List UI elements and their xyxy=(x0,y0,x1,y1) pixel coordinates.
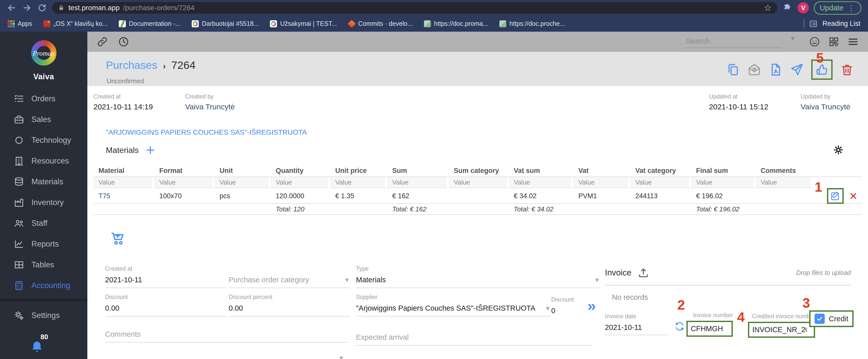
trash-icon[interactable] xyxy=(840,63,854,76)
col-header[interactable]: Vat category xyxy=(630,167,691,175)
invoice-date-value[interactable]: 2021-10-11 xyxy=(605,323,668,332)
filter-comments-input[interactable] xyxy=(755,177,810,188)
bookmark-item[interactable]: Užsakymai | TEST... xyxy=(270,20,337,27)
bookmark-item[interactable]: Documentation -... xyxy=(119,20,181,27)
created-at-field-value[interactable]: 2021-10-11 xyxy=(105,276,227,284)
filter-vat-sum-input[interactable] xyxy=(509,177,571,188)
col-header[interactable]: Vat sum xyxy=(509,167,573,175)
bookmark-item[interactable]: https://doc.proma... xyxy=(424,20,488,27)
col-header[interactable]: Comments xyxy=(755,167,812,175)
refresh-icon[interactable] xyxy=(674,321,685,332)
forward-icon[interactable] xyxy=(22,3,32,13)
pdf-icon[interactable] xyxy=(769,63,782,76)
sidebar-item-tables[interactable]: Tables xyxy=(0,255,87,275)
credit-checkbox[interactable] xyxy=(814,314,825,324)
url-bar[interactable]: test.proman.app/purchase-orders/7264 ☆ xyxy=(52,2,777,14)
search-input[interactable] xyxy=(685,36,781,48)
sidebar-item-inventory[interactable]: Inventory xyxy=(0,192,87,213)
extensions-icon[interactable] xyxy=(782,3,793,13)
bookmark-label: Documentation -... xyxy=(129,20,181,27)
bookmark-item[interactable]: https://doc.proche... xyxy=(499,20,565,27)
filter-unit-price-input[interactable] xyxy=(330,177,385,188)
add-to-cart-icon[interactable] xyxy=(110,230,126,246)
mail-icon[interactable] xyxy=(747,63,761,76)
col-header[interactable]: Format xyxy=(154,167,214,175)
copy-icon[interactable] xyxy=(726,63,740,76)
back-icon[interactable] xyxy=(7,3,17,13)
qr-grid-icon[interactable] xyxy=(828,36,840,47)
reading-list-button[interactable]: Reading List xyxy=(823,20,860,28)
smiley-icon[interactable] xyxy=(809,36,820,47)
filter-unit-input[interactable] xyxy=(214,177,269,188)
notifications-bell[interactable]: 80 xyxy=(30,340,44,354)
col-header[interactable]: Quantity xyxy=(271,167,330,175)
browser-menu-icon[interactable]: ⋮ xyxy=(847,4,856,12)
reload-icon[interactable] xyxy=(37,3,47,13)
sidebar-item-reports[interactable]: Reports xyxy=(0,234,87,255)
send-icon[interactable] xyxy=(790,63,804,76)
sidebar-item-accounting[interactable]: Accounting xyxy=(0,275,87,296)
filter-vat-category-input[interactable] xyxy=(630,177,689,188)
discount-percent-value[interactable]: 0.00 xyxy=(229,304,350,313)
sidebar-item-staff[interactable]: Staff xyxy=(0,213,87,234)
hamburger-menu-icon[interactable] xyxy=(847,36,859,47)
url-host: test.proman.app xyxy=(68,4,120,12)
expected-arrival-input[interactable]: Expected arrival xyxy=(356,333,592,341)
proman-logo[interactable]: Proman xyxy=(31,40,57,66)
filter-quantity-input[interactable] xyxy=(271,177,328,188)
sidebar-item-technology[interactable]: Technology xyxy=(0,130,87,151)
updated-by-link[interactable]: Vaiva Truncytė xyxy=(801,102,850,111)
col-header[interactable]: Sum category xyxy=(449,167,509,175)
add-material-icon[interactable] xyxy=(145,145,155,155)
sidebar-item-resources[interactable]: Resources xyxy=(0,151,87,171)
comments-input[interactable]: Comments xyxy=(105,330,348,338)
apps-shortcut[interactable]: Apps xyxy=(8,20,32,27)
filter-vat-input[interactable] xyxy=(573,177,628,188)
supplier-select[interactable]: "Arjowiggins Papiers Couches SAS"-IŠREGI… xyxy=(356,304,551,313)
invoice-number-input[interactable] xyxy=(688,322,728,335)
col-header[interactable]: Sum xyxy=(387,167,449,175)
discount-value[interactable]: 0.00 xyxy=(105,304,227,313)
col-header[interactable]: Final sum xyxy=(691,167,755,175)
search-caret-icon[interactable]: ▾ xyxy=(791,34,795,42)
filter-sum-category-input[interactable] xyxy=(449,177,507,188)
col-header[interactable]: Unit price xyxy=(330,167,387,175)
edit-row-icon[interactable] xyxy=(830,191,841,201)
sidebar-item-settings[interactable]: Settings xyxy=(0,305,87,326)
chevron-down-icon[interactable]: ▾ xyxy=(345,276,349,284)
filter-material-input[interactable] xyxy=(93,177,152,188)
supplier-header-link[interactable]: "ARJOWIGGINS PAPIERS COUCHES SAS"-IŠREGI… xyxy=(106,128,307,136)
filter-format-input[interactable] xyxy=(154,177,212,188)
filter-sum-input[interactable] xyxy=(387,177,447,188)
credited-invoice-number-input[interactable] xyxy=(749,323,809,336)
sidebar-item-sales[interactable]: Sales xyxy=(0,109,87,130)
history-clock-icon[interactable] xyxy=(118,36,129,47)
browser-update-button[interactable]: Update ⋮ xyxy=(814,1,861,15)
col-header[interactable]: Material xyxy=(93,167,154,175)
table-settings-gear-icon[interactable] xyxy=(833,144,844,156)
type-select[interactable]: Materials xyxy=(356,276,600,284)
chevron-down-icon[interactable]: ▾ xyxy=(339,353,343,359)
purchase-order-category-select[interactable]: Purchase order category xyxy=(229,276,350,284)
link-icon[interactable] xyxy=(96,36,108,47)
created-by-link[interactable]: Vaiva Truncytė xyxy=(185,102,235,111)
sidebar-item-materials[interactable]: Materials xyxy=(0,171,87,192)
col-header[interactable]: Vat xyxy=(573,167,630,175)
filter-final-sum-input[interactable] xyxy=(691,177,753,188)
upload-icon[interactable] xyxy=(638,267,649,279)
col-header[interactable]: Unit xyxy=(214,167,271,175)
chevron-down-icon[interactable]: ▾ xyxy=(546,304,550,313)
browser-profile-avatar[interactable]: V xyxy=(798,2,809,13)
expand-double-chevron-icon[interactable]: » xyxy=(587,298,596,314)
cell-material-link[interactable]: T75 xyxy=(93,192,154,200)
delete-row-icon[interactable] xyxy=(849,191,858,200)
bookmark-item[interactable]: Darbuotojai #5518... xyxy=(192,20,259,27)
bookmark-star-icon[interactable]: ☆ xyxy=(764,3,772,12)
annotation-5: 5 xyxy=(816,51,824,65)
breadcrumb-purchases-link[interactable]: Purchases xyxy=(106,59,157,71)
bookmark-item[interactable]: „OS X“ klavišų ko... xyxy=(43,20,107,27)
side-discount-value[interactable]: 0 xyxy=(551,306,584,315)
chevron-down-icon[interactable]: ▾ xyxy=(595,276,599,284)
sidebar-item-orders[interactable]: Orders xyxy=(0,88,87,109)
bookmark-item[interactable]: Commits · develo... xyxy=(348,20,413,27)
